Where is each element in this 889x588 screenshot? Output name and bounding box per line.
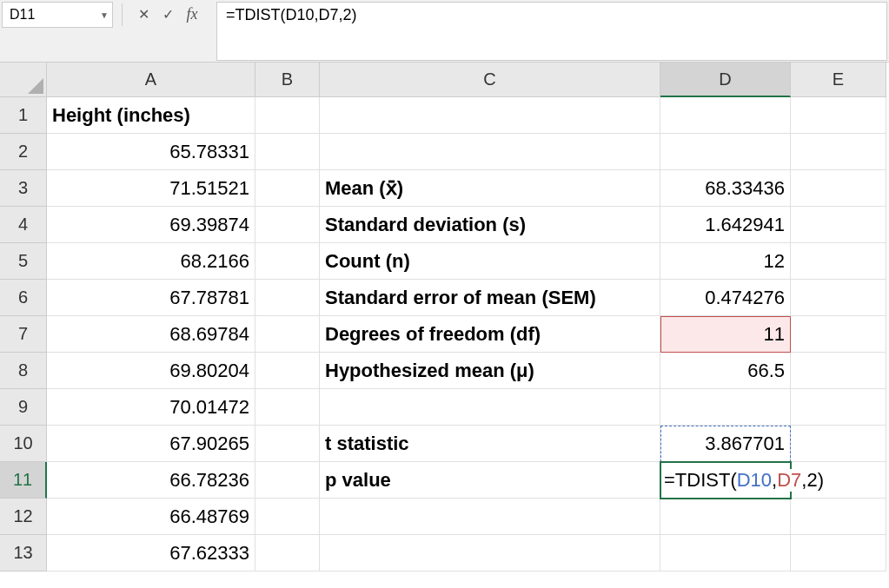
row-header-1[interactable]: 1	[0, 97, 47, 134]
cell-C11[interactable]: p value	[320, 462, 660, 499]
row-header-12[interactable]: 12	[0, 499, 47, 535]
cell-C3[interactable]: Mean (x̄)	[320, 170, 660, 207]
col-header-E[interactable]: E	[791, 63, 886, 97]
cell-B3[interactable]	[255, 170, 320, 207]
cell-A11[interactable]: 66.78236	[47, 462, 255, 499]
cell-A13[interactable]: 67.62333	[47, 535, 255, 571]
cell-D3[interactable]: 68.33436	[660, 170, 791, 207]
cell-C7[interactable]: Degrees of freedom (df)	[320, 316, 660, 353]
cell-B10[interactable]	[255, 426, 320, 462]
cell-D12[interactable]	[660, 499, 791, 535]
cell-C4[interactable]: Standard deviation (s)	[320, 207, 660, 243]
cell-A12[interactable]: 66.48769	[47, 499, 255, 535]
column-headers: A B C D E	[47, 63, 886, 97]
cell-B2[interactable]	[255, 134, 320, 170]
cell-C1[interactable]	[320, 97, 660, 134]
divider	[122, 3, 123, 26]
cell-E3[interactable]	[791, 170, 886, 207]
cell-D13[interactable]	[660, 535, 791, 571]
confirm-icon[interactable]: ✓	[156, 2, 180, 26]
row-header-9[interactable]: 9	[0, 389, 47, 426]
row-header-6[interactable]: 6	[0, 280, 47, 316]
col-header-B[interactable]: B	[255, 63, 320, 97]
row-header-7[interactable]: 7	[0, 316, 47, 353]
cell-A7[interactable]: 68.69784	[47, 316, 255, 353]
select-all-corner[interactable]	[0, 63, 47, 97]
cell-D7[interactable]: 11	[660, 316, 791, 353]
cell-D5[interactable]: 12	[660, 243, 791, 280]
cell-A6[interactable]: 67.78781	[47, 280, 255, 316]
cell-C6[interactable]: Standard error of mean (SEM)	[320, 280, 660, 316]
col-header-D[interactable]: D	[660, 63, 791, 97]
cell-A5[interactable]: 68.2166	[47, 243, 255, 280]
cells-body: Height (inches) 65.78331 71.51521 M	[47, 97, 886, 571]
cell-E13[interactable]	[791, 535, 886, 571]
cell-E4[interactable]	[791, 207, 886, 243]
cell-C9[interactable]	[320, 389, 660, 426]
cell-D8[interactable]: 66.5	[660, 353, 791, 389]
cell-C2[interactable]	[320, 134, 660, 170]
cell-C13[interactable]	[320, 535, 660, 571]
cell-A1[interactable]: Height (inches)	[47, 97, 255, 134]
row-header-5[interactable]: 5	[0, 243, 47, 280]
cell-E9[interactable]	[791, 389, 886, 426]
row-header-4[interactable]: 4	[0, 207, 47, 243]
cancel-icon[interactable]: ✕	[131, 2, 156, 26]
cell-E6[interactable]	[791, 280, 886, 316]
cell-E1[interactable]	[791, 97, 886, 134]
row-header-8[interactable]: 8	[0, 353, 47, 389]
cell-E2[interactable]	[791, 134, 886, 170]
cell-E10[interactable]	[791, 426, 886, 462]
cell-C5[interactable]: Count (n)	[320, 243, 660, 280]
cell-B12[interactable]	[255, 499, 320, 535]
cell-B11[interactable]	[255, 462, 320, 499]
row-header-11[interactable]: 11	[0, 462, 47, 499]
cell-D9[interactable]	[660, 389, 791, 426]
fx-icon[interactable]: fx	[180, 2, 204, 26]
cell-B5[interactable]	[255, 243, 320, 280]
col-header-A[interactable]: A	[47, 63, 255, 97]
cell-B8[interactable]	[255, 353, 320, 389]
cell-C10[interactable]: t statistic	[320, 426, 660, 462]
cell-E12[interactable]	[791, 499, 886, 535]
name-box[interactable]: D11 ▼	[2, 2, 113, 28]
cell-C12[interactable]	[320, 499, 660, 535]
spreadsheet-grid: A B C D E 1 2 3 4 5 6 7 8 9 10 11 12	[0, 63, 889, 588]
cell-B1[interactable]	[255, 97, 320, 134]
cell-D6[interactable]: 0.474276	[660, 280, 791, 316]
cell-A3[interactable]: 71.51521	[47, 170, 255, 207]
cell-B13[interactable]	[255, 535, 320, 571]
cell-D1[interactable]	[660, 97, 791, 134]
cell-B9[interactable]	[255, 389, 320, 426]
formula-input[interactable]: =TDIST(D10,D7,2)	[216, 2, 887, 61]
cell-D10[interactable]: 3.867701	[660, 426, 791, 462]
cell-B6[interactable]	[255, 280, 320, 316]
row-header-2[interactable]: 2	[0, 134, 47, 170]
row-header-13[interactable]: 13	[0, 535, 47, 571]
formula-bar: D11 ▼ ✕ ✓ fx =TDIST(D10,D7,2)	[0, 0, 889, 63]
cell-B7[interactable]	[255, 316, 320, 353]
cell-A8[interactable]: 69.80204	[47, 353, 255, 389]
row-header-3[interactable]: 3	[0, 170, 47, 207]
col-header-C[interactable]: C	[320, 63, 660, 97]
cell-D2[interactable]	[660, 134, 791, 170]
cell-E8[interactable]	[791, 353, 886, 389]
cell-A10[interactable]: 67.90265	[47, 426, 255, 462]
row-headers: 1 2 3 4 5 6 7 8 9 10 11 12 13	[0, 97, 47, 571]
cell-E5[interactable]	[791, 243, 886, 280]
chevron-down-icon[interactable]: ▼	[96, 10, 112, 20]
cell-B4[interactable]	[255, 207, 320, 243]
cell-A2[interactable]: 65.78331	[47, 134, 255, 170]
cell-C8[interactable]: Hypothesized mean (μ)	[320, 353, 660, 389]
row-header-10[interactable]: 10	[0, 426, 47, 462]
cell-D4[interactable]: 1.642941	[660, 207, 791, 243]
cell-D11-formula: =TDIST(D10,D7,2)	[664, 469, 827, 492]
cell-D11[interactable]: =TDIST(D10,D7,2)	[660, 462, 791, 499]
name-box-value: D11	[3, 7, 96, 23]
cell-E7[interactable]	[791, 316, 886, 353]
cell-A9[interactable]: 70.01472	[47, 389, 255, 426]
cell-A4[interactable]: 69.39874	[47, 207, 255, 243]
